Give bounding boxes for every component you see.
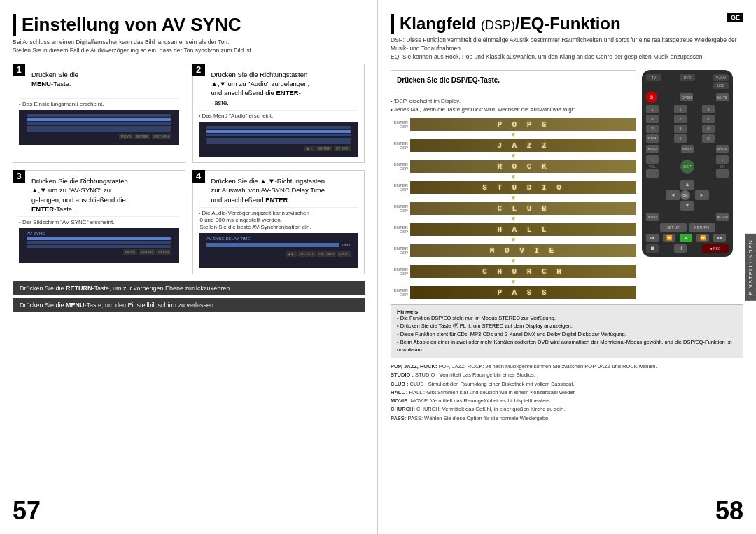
eq-bar-rock: R O C K [410, 160, 636, 173]
remote-rec-btn[interactable]: ● REC [702, 244, 729, 253]
remote-up-btn[interactable]: ▲ [680, 180, 694, 190]
eq-bar-movie: M O V I E [410, 244, 636, 257]
steps-grid-top: 1 Drücken Sie die MENU-Taste. Das Einste… [13, 64, 365, 163]
eq-item-church: ENTER DSP C H U R C H [391, 265, 636, 278]
page-number-left: 57 [13, 496, 41, 526]
step-4-note3: Stellen Sie die beste AV-Synchronisation… [199, 224, 359, 230]
left-page: Einstellung von AV SYNC Bei Anschluss an… [0, 0, 378, 534]
remote-numpad: 1 2 3 4 5 6 7 8 9 REPEAT 0 C [646, 105, 729, 143]
remote-menu-btn[interactable]: MENU [646, 213, 659, 221]
remote-action-row: MENU ACTION [646, 213, 729, 221]
remote-btn-2[interactable]: 2 [674, 105, 687, 113]
arrow-church: ▼ [391, 279, 636, 285]
remote-dsp-btn[interactable]: DSP [680, 160, 694, 174]
eq-item-movie: ENTER DSP M O V I E [391, 244, 636, 257]
remote-btn-0[interactable]: 0 [674, 134, 687, 143]
right-subtitle: DSP: Diese Funktion vermittelt die einma… [391, 36, 743, 62]
step-1-image: MOVE ENTER RETURN [19, 110, 179, 145]
remote-vol-up[interactable]: + [646, 155, 659, 164]
step-4-image: AV-SYNC DELAY TIME 0ms ◄► SELECT RETURN … [199, 233, 359, 268]
step-4-number: 4 [192, 170, 205, 183]
step-4-note2: 0 und 300 ms eingestellt werden. [199, 217, 359, 223]
step-2-box: 2 Drücken Sie die Richtungstasten ▲,▼ um… [192, 64, 365, 163]
eq-item-pass: ENTER DSP P A S S [391, 286, 636, 299]
remote-left-btn[interactable]: ◄ [666, 190, 680, 200]
eq-bar-hall: H A L L [410, 223, 636, 236]
remote-btn-3[interactable]: 3 [702, 105, 715, 113]
remote-btn-1[interactable]: 1 [646, 105, 659, 113]
remote-rew-btn[interactable]: ⏪ [663, 234, 676, 242]
right-title: Klangfeld (DSP)/EQ-Funktion [391, 14, 743, 34]
arrow-movie: ▼ [391, 258, 636, 264]
eq-column: ENTER DSP P O P S ▼ ENTER DSP J A Z Z ▼ … [391, 118, 636, 299]
remote-power-btn[interactable]: ⏻ [646, 92, 657, 103]
remote-tv-btn[interactable]: TV [646, 74, 662, 81]
remote-subtitle-btn[interactable]: SUBTTL [681, 145, 694, 153]
remote-btn-8[interactable]: 8 [674, 125, 687, 133]
remote-fwd-btn[interactable]: ⏩ [696, 234, 709, 242]
right-panel: Drücken Sie die DSP/EQ-Taste. 'DSP' ersc… [391, 70, 743, 299]
remote-dvd-btn[interactable]: DVD [680, 74, 695, 81]
dsp-step-text: Drücken Sie die DSP/EQ-Taste. [397, 76, 630, 84]
remote-setup-btn[interactable]: SET UP [660, 223, 687, 232]
eq-bar-pops: P O P S [410, 118, 636, 131]
remote-column: TV DVD V.AUX USB ⏻ OPEN MUTE 1 2 3 [642, 70, 743, 299]
remote-btn-c[interactable]: C [702, 134, 715, 143]
step-1-note: Das Einstellungsmenü erscheint. [19, 98, 179, 107]
remote-action-btn[interactable]: ACTION [716, 213, 729, 221]
remote-btn-7[interactable]: 7 [646, 125, 659, 133]
eq-bar-church: C H U R C H [410, 265, 636, 278]
remote-right-btn[interactable]: ► [695, 190, 709, 200]
right-page: GE Klangfeld (DSP)/EQ-Funktion DSP: Dies… [378, 0, 756, 534]
eq-bar-club: C L U B [410, 202, 636, 215]
hinweis-box: Hinweis Die Funktion DSP/EQ steht nur im… [391, 304, 743, 359]
remote-top: TV DVD V.AUX USB [646, 74, 729, 89]
remote-enter-btn[interactable]: OK [680, 190, 690, 200]
arrow-pops: ▼ [391, 132, 636, 138]
remote-down-btn[interactable]: ▼ [680, 201, 694, 211]
remote-func-row: AUDIO SUBTTL ANGLE [646, 145, 729, 153]
remote-next-btn[interactable]: ⏭ [713, 234, 726, 242]
remote-power-row: ⏻ OPEN MUTE [646, 92, 729, 103]
remote-stop-btn[interactable]: ⏹ [646, 244, 659, 253]
eq-item-studio: ENTER DSP S T U D I O [391, 181, 636, 194]
menu-bar: Drücken Sie die MENU-Taste, um den Einst… [13, 298, 365, 312]
remote-return-btn[interactable]: RETURN [689, 223, 715, 232]
step-1-text: Drücken Sie die MENU-Taste. [19, 70, 179, 95]
left-title: Einstellung von AV SYNC [13, 14, 365, 36]
remote-open-btn[interactable]: OPEN [680, 93, 693, 101]
remote-prev-btn[interactable]: ⏮ [646, 234, 659, 242]
remote-angle-btn[interactable]: ANGLE [716, 145, 729, 153]
remote-audio-btn[interactable]: AUDIO [646, 145, 659, 153]
eq-item-jazz: ENTER DSP J A Z Z [391, 139, 636, 152]
left-subtitle: Bei Anschluss an einen Digitalfernseher … [13, 38, 365, 55]
remote-ch-down[interactable]: - [716, 169, 729, 178]
step-2-text: Drücken Sie die Richtungstasten ▲,▼ um z… [199, 70, 359, 107]
remote-usb-btn[interactable]: USB [713, 82, 729, 89]
remote-mute-btn[interactable]: MUTE [716, 93, 729, 101]
remote-vaux-btn[interactable]: V.AUX [713, 74, 729, 81]
remote-vol-down[interactable]: - [646, 169, 659, 178]
hinweis-title: Hinweis [397, 309, 418, 315]
step-1-box: 1 Drücken Sie die MENU-Taste. Das Einste… [13, 64, 186, 163]
step-3-text: Drücken Sie die Richtungstasten ▲,▼ um z… [19, 176, 179, 213]
page-number-right: 58 [715, 496, 743, 526]
remote-play-btn[interactable]: ▶ [680, 234, 692, 242]
remote-btn-9[interactable]: 9 [702, 125, 715, 133]
remote-btn-4[interactable]: 4 [646, 115, 659, 123]
arrow-studio: ▼ [391, 195, 636, 201]
eq-item-hall: ENTER DSP H A L L [391, 223, 636, 236]
remote-btn-5[interactable]: 5 [674, 115, 687, 123]
remote-vol-row: + VOL - DSP + CH - [646, 155, 729, 178]
step-3-note: Der Bildschirm "AV-SYNC" erscheint. [19, 216, 179, 225]
remote-btn-6[interactable]: 6 [702, 115, 715, 123]
step-3-box: 3 Drücken Sie die Richtungstasten ▲,▼ um… [13, 170, 186, 274]
ge-badge: GE [727, 13, 743, 22]
eq-item-club: ENTER DSP C L U B [391, 202, 636, 215]
step-4-text: Drücken Sie die ▲,▼-Richtungstasten zur … [199, 176, 359, 204]
step-1-number: 1 [13, 64, 25, 76]
remote-pause-btn[interactable]: ⏸ [674, 244, 687, 253]
remote-control: TV DVD V.AUX USB ⏻ OPEN MUTE 1 2 3 [642, 70, 733, 257]
remote-btn-repeat[interactable]: REPEAT [646, 134, 659, 143]
remote-ch-up[interactable]: + [716, 155, 729, 164]
